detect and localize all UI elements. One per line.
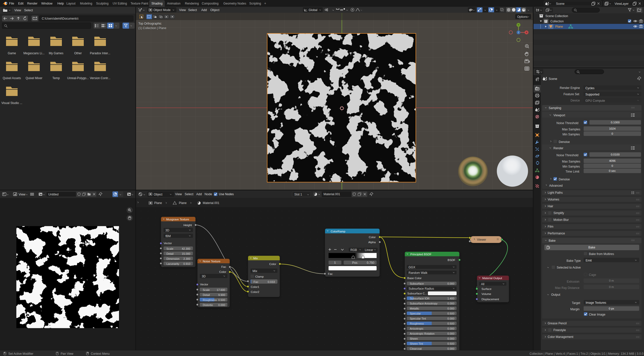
svg-text:Y: Y [518,23,519,26]
svg-text:Z: Z [518,31,519,34]
svg-text:X: X [526,31,528,34]
